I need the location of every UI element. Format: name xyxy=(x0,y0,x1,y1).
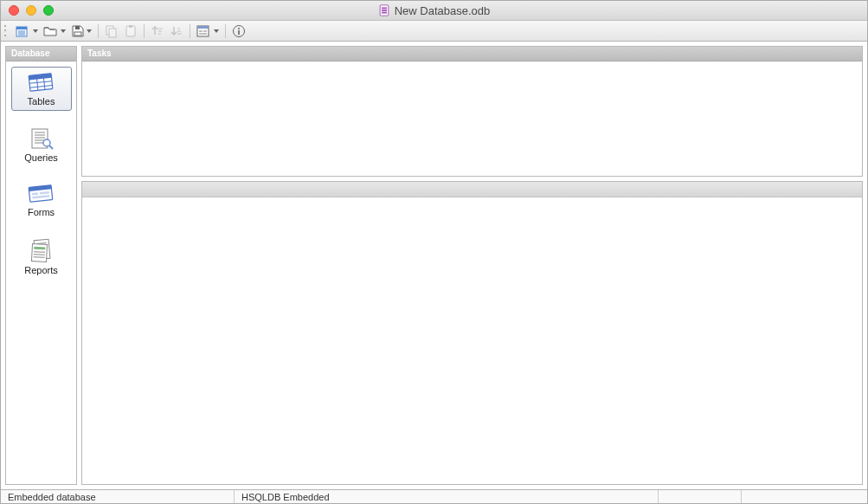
sidebar-item-tables[interactable]: Tables xyxy=(11,67,72,111)
form-button[interactable] xyxy=(194,23,222,40)
tasks-body xyxy=(82,61,862,176)
workspace: Database Tables xyxy=(1,42,867,489)
list-panel xyxy=(81,181,863,485)
svg-rect-22 xyxy=(197,26,209,29)
svg-rect-25 xyxy=(199,33,207,35)
save-button[interactable] xyxy=(68,23,94,40)
svg-rect-0 xyxy=(380,5,389,16)
svg-rect-14 xyxy=(129,25,132,28)
separator xyxy=(144,24,145,38)
sort-asc-icon xyxy=(151,24,164,38)
status-db-engine: HSQLDB Embedded xyxy=(235,490,659,504)
sidebar: Database Tables xyxy=(5,46,77,485)
database-file-icon xyxy=(378,4,390,16)
chevron-down-icon xyxy=(214,29,219,33)
sidebar-item-label: Queries xyxy=(24,152,58,163)
svg-rect-1 xyxy=(382,8,387,10)
main-pane: Tasks xyxy=(81,46,863,485)
save-icon xyxy=(71,24,85,38)
info-icon xyxy=(232,24,246,38)
svg-rect-9 xyxy=(75,26,80,29)
sidebar-item-reports[interactable]: Reports xyxy=(11,234,72,280)
svg-line-56 xyxy=(33,257,44,258)
svg-point-27 xyxy=(238,28,240,29)
svg-rect-24 xyxy=(203,30,207,32)
tasks-header: Tasks xyxy=(82,47,862,61)
window-title: New Database.odb xyxy=(1,4,867,17)
svg-rect-23 xyxy=(199,30,203,32)
sidebar-item-forms[interactable]: Forms xyxy=(11,179,72,222)
toolbar-handle xyxy=(4,24,10,38)
window-controls xyxy=(9,5,54,16)
titlebar: New Database.odb xyxy=(1,1,867,21)
svg-line-54 xyxy=(34,252,45,253)
status-db-type: Embedded database xyxy=(1,490,235,504)
form-icon xyxy=(196,24,212,38)
status-right xyxy=(742,490,867,504)
toolbar xyxy=(1,21,867,42)
chevron-down-icon xyxy=(61,29,66,33)
paste-icon xyxy=(124,24,138,38)
tables-icon xyxy=(27,71,56,94)
svg-rect-52 xyxy=(31,244,47,262)
list-header xyxy=(82,182,862,197)
svg-line-55 xyxy=(33,255,44,255)
statusbar: Embedded database HSQLDB Embedded xyxy=(1,489,867,504)
sidebar-item-queries[interactable]: Queries xyxy=(11,123,72,167)
folder-open-icon xyxy=(43,24,59,38)
svg-rect-5 xyxy=(16,27,27,29)
svg-rect-28 xyxy=(238,30,240,35)
sort-desc-button[interactable] xyxy=(167,23,186,40)
separator xyxy=(98,24,99,38)
separator xyxy=(190,24,190,38)
queries-icon xyxy=(29,127,55,150)
sidebar-item-label: Reports xyxy=(24,265,58,275)
sort-desc-icon xyxy=(170,24,183,38)
sidebar-item-label: Tables xyxy=(28,96,55,107)
sort-asc-button[interactable] xyxy=(148,23,167,40)
new-button[interactable] xyxy=(13,23,41,40)
new-icon xyxy=(16,24,31,38)
reports-icon xyxy=(29,238,55,262)
chevron-down-icon xyxy=(33,29,38,33)
copy-icon xyxy=(105,24,119,38)
svg-point-41 xyxy=(43,139,50,146)
separator xyxy=(225,24,226,38)
minimize-window-button[interactable] xyxy=(26,5,36,16)
close-window-button[interactable] xyxy=(9,5,19,16)
sidebar-header: Database xyxy=(6,47,76,61)
svg-line-42 xyxy=(49,145,53,149)
list-body xyxy=(82,197,862,484)
copy-button[interactable] xyxy=(102,23,121,40)
sidebar-items: Tables Queries xyxy=(6,61,76,285)
window-title-text: New Database.odb xyxy=(395,4,491,17)
svg-rect-12 xyxy=(109,29,116,37)
open-button[interactable] xyxy=(41,23,68,40)
fullscreen-window-button[interactable] xyxy=(43,5,54,16)
svg-rect-2 xyxy=(382,10,387,11)
status-spacer xyxy=(659,490,742,504)
svg-rect-3 xyxy=(382,12,387,14)
chevron-down-icon xyxy=(87,29,92,33)
sidebar-item-label: Forms xyxy=(28,207,55,217)
paste-button[interactable] xyxy=(121,23,140,40)
help-button[interactable] xyxy=(229,23,248,40)
tasks-panel: Tasks xyxy=(81,46,863,177)
forms-icon xyxy=(27,184,56,204)
